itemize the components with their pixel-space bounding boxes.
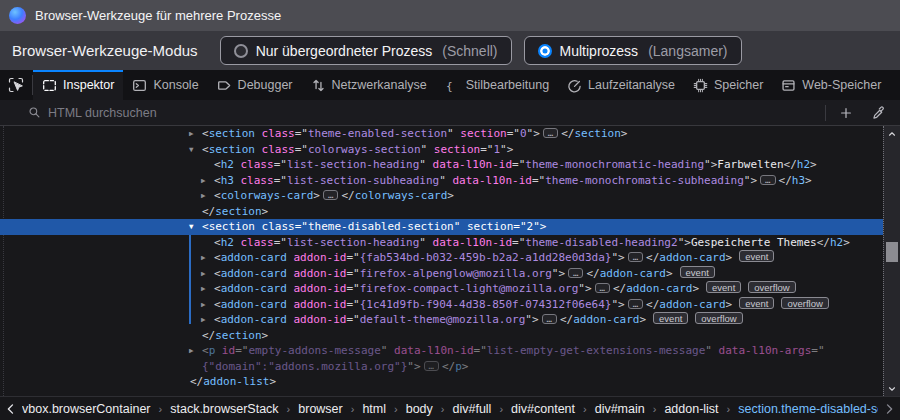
breadcrumbs-scroll-left-button[interactable]: [0, 397, 22, 420]
markup-line[interactable]: ▶<p id="empty-addons-message" data-l10n-…: [0, 343, 883, 359]
breadcrumb-item[interactable]: vbox.browserContainer: [22, 402, 151, 416]
event-badge[interactable]: event: [653, 312, 688, 324]
tab-netzwerkanalyse[interactable]: Netzwerkanalyse: [302, 70, 436, 100]
markup-line[interactable]: [0, 394, 883, 397]
markup-line[interactable]: ▶<addon-card addon-id="default-theme@moz…: [0, 312, 883, 328]
tab-web-speicher[interactable]: Web-Speicher: [772, 70, 890, 100]
search-input[interactable]: [48, 106, 818, 120]
breadcrumb-item[interactable]: stack.browserStack: [170, 402, 278, 416]
expand-arrow-icon[interactable]: ▶: [201, 281, 206, 297]
event-badge[interactable]: event: [680, 266, 715, 278]
collapsed-content-badge[interactable]: …: [760, 175, 775, 185]
markup-punct: <: [214, 282, 221, 295]
add-node-button[interactable]: [833, 101, 859, 125]
radio-icon[interactable]: [234, 44, 248, 58]
tab-laufzeitanalyse[interactable]: Laufzeitanalyse: [558, 70, 684, 100]
collapsed-content-badge[interactable]: …: [542, 314, 557, 324]
breadcrumb-item[interactable]: addon-list: [664, 402, 718, 416]
markup-line[interactable]: ▶<section class="theme-enabled-section" …: [0, 126, 883, 142]
expand-arrow-icon[interactable]: ▶: [201, 188, 206, 204]
markup-line[interactable]: <h2 class="list-section-heading" data-l1…: [0, 157, 883, 173]
markup-line[interactable]: ▼<section class="colorways-section" sect…: [0, 142, 883, 158]
collapsed-content-badge[interactable]: …: [543, 128, 558, 138]
expand-arrow-icon[interactable]: ▶: [201, 250, 206, 266]
markup-line[interactable]: ▶<h3 class="list-section-subheading" dat…: [0, 173, 883, 189]
markup-punct: ">: [407, 360, 420, 373]
collapsed-content-badge[interactable]: …: [568, 268, 583, 278]
breadcrumb-item[interactable]: html: [362, 402, 386, 416]
markup-line[interactable]: ▶<addon-card addon-id="firefox-alpenglow…: [0, 266, 883, 282]
breadcrumbs-scroll-right-button[interactable]: [878, 397, 900, 420]
markup-line[interactable]: ▶<addon-card addon-id="{1c41d9fb-f904-4d…: [0, 297, 883, 313]
markup-tag: addon-card: [221, 282, 287, 295]
collapse-arrow-icon[interactable]: ▼: [189, 219, 194, 235]
markup-line[interactable]: ▼<section class="theme-disabled-section"…: [0, 219, 883, 235]
overflow-badge[interactable]: overflow: [748, 281, 795, 293]
markup-punct: =": [295, 220, 308, 233]
tab-inspektor[interactable]: Inspektor: [33, 70, 123, 100]
breadcrumb-item[interactable]: section.theme-disabled-section: [738, 402, 878, 416]
markup-line[interactable]: </addon-list>: [0, 374, 883, 390]
memory-icon: [693, 78, 708, 93]
markup-tag: addon-card: [659, 251, 725, 264]
markup-attribute: addon-id: [287, 313, 347, 326]
markup-line[interactable]: </section>: [0, 204, 883, 220]
breadcrumb-item[interactable]: div#content: [511, 402, 575, 416]
markup-value: firefox-alpenglow@mozilla.org: [360, 267, 552, 280]
markup-punct: </: [646, 298, 659, 311]
collapsed-content-badge[interactable]: …: [628, 252, 643, 262]
tab-konsole[interactable]: Konsole: [123, 70, 207, 100]
scrollbar-up-arrow[interactable]: [884, 126, 900, 141]
vertical-scrollbar[interactable]: [883, 126, 900, 396]
radio-icon[interactable]: [538, 44, 552, 58]
event-badge[interactable]: event: [739, 250, 774, 262]
collapsed-content-badge[interactable]: …: [628, 299, 643, 309]
markup-view[interactable]: ▶<section class="theme-enabled-section" …: [0, 126, 883, 396]
tab-speicher[interactable]: Speicher: [684, 70, 772, 100]
expand-arrow-icon[interactable]: ▶: [189, 126, 194, 142]
mode-option-label: Multiprozess: [560, 43, 639, 59]
markup-line[interactable]: </section>: [0, 328, 883, 344]
markup-line[interactable]: <h2 class="list-section-heading" data-l1…: [0, 235, 883, 251]
markup-tag: section: [209, 220, 255, 233]
collapsed-content-badge[interactable]: …: [424, 361, 439, 371]
markup-line[interactable]: {"domain":"addons.mozilla.org"}">…</p>: [0, 359, 883, 375]
overflow-badge[interactable]: overflow: [781, 297, 828, 309]
markup-value: theme-disabled-heading2: [525, 236, 677, 249]
markup-line[interactable]: ▶<addon-card addon-id="{fab534bd-b032-45…: [0, 250, 883, 266]
overflow-badge[interactable]: overflow: [695, 312, 742, 324]
tab-barrierefreiheit[interactable]: Barrierefreiheit: [890, 70, 900, 100]
expand-arrow-icon[interactable]: ▶: [201, 297, 206, 313]
breadcrumb-item[interactable]: div#full: [452, 402, 491, 416]
event-badge[interactable]: event: [739, 297, 774, 309]
collapsed-content-badge[interactable]: …: [323, 190, 338, 200]
expand-arrow-icon[interactable]: ▶: [189, 343, 194, 359]
markup-punct: ": [705, 344, 712, 357]
node-picker-button[interactable]: [0, 70, 32, 100]
performance-icon: [567, 78, 582, 93]
markup-tag: h2: [221, 158, 234, 171]
breadcrumb-item[interactable]: div#main: [595, 402, 645, 416]
breadcrumb-item[interactable]: body: [406, 402, 433, 416]
markup-punct: =": [235, 344, 248, 357]
markup-punct: ">: [704, 158, 717, 171]
markup-value: theme-monochromatic-subheading: [545, 174, 744, 187]
mode-option[interactable]: Nur übergeordneter Prozess(Schnell): [220, 36, 512, 65]
scrollbar-down-arrow[interactable]: [884, 381, 900, 396]
collapse-arrow-icon[interactable]: ▼: [189, 142, 194, 158]
scrollbar-thumb[interactable]: [886, 242, 898, 262]
eyedropper-button[interactable]: [866, 101, 892, 125]
collapsed-content-badge[interactable]: …: [595, 283, 610, 293]
event-badge[interactable]: event: [706, 281, 741, 293]
expand-arrow-icon[interactable]: ▶: [201, 266, 206, 282]
markup-line[interactable]: ▶<colorways-card>…</colorways-card>: [0, 188, 883, 204]
tab-stilbearbeitung[interactable]: { }Stilbearbeitung: [436, 70, 558, 100]
mode-option[interactable]: Multiprozess(Langsamer): [524, 36, 742, 65]
expand-arrow-icon[interactable]: ▶: [201, 173, 206, 189]
scrollbar-track[interactable]: [884, 141, 900, 381]
markup-line[interactable]: ▶<addon-card addon-id="firefox-compact-l…: [0, 281, 883, 297]
markup-punct: =": [346, 313, 359, 326]
tab-debugger[interactable]: Debugger: [208, 70, 302, 100]
expand-arrow-icon[interactable]: ▶: [201, 312, 206, 328]
breadcrumb-item[interactable]: browser: [298, 402, 342, 416]
